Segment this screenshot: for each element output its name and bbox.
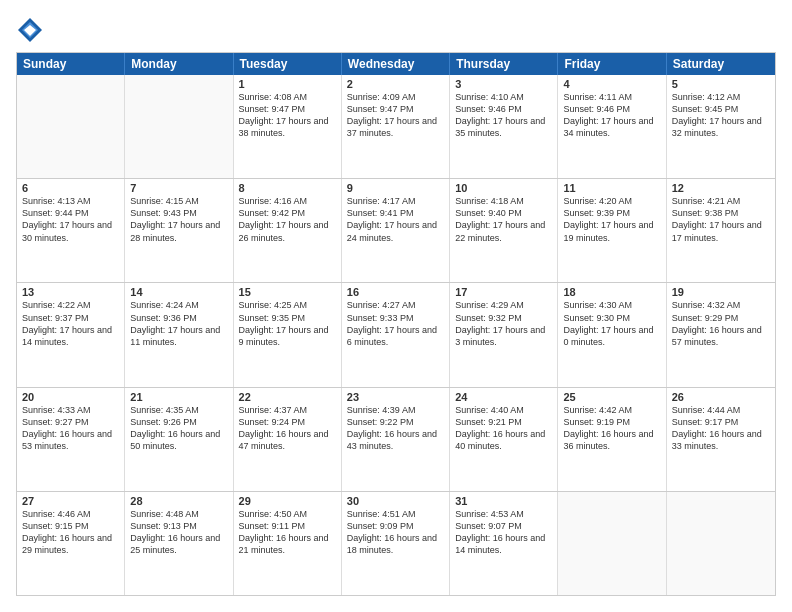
calendar-cell: 7Sunrise: 4:15 AM Sunset: 9:43 PM Daylig… bbox=[125, 179, 233, 282]
cell-info: Sunrise: 4:18 AM Sunset: 9:40 PM Dayligh… bbox=[455, 195, 552, 244]
cell-info: Sunrise: 4:32 AM Sunset: 9:29 PM Dayligh… bbox=[672, 299, 770, 348]
calendar-cell: 22Sunrise: 4:37 AM Sunset: 9:24 PM Dayli… bbox=[234, 388, 342, 491]
calendar-cell bbox=[125, 75, 233, 178]
cell-info: Sunrise: 4:09 AM Sunset: 9:47 PM Dayligh… bbox=[347, 91, 444, 140]
day-number: 28 bbox=[130, 495, 227, 507]
calendar-cell: 29Sunrise: 4:50 AM Sunset: 9:11 PM Dayli… bbox=[234, 492, 342, 595]
day-number: 13 bbox=[22, 286, 119, 298]
day-number: 14 bbox=[130, 286, 227, 298]
calendar-cell: 2Sunrise: 4:09 AM Sunset: 9:47 PM Daylig… bbox=[342, 75, 450, 178]
day-number: 27 bbox=[22, 495, 119, 507]
calendar-week-5: 27Sunrise: 4:46 AM Sunset: 9:15 PM Dayli… bbox=[17, 491, 775, 595]
day-number: 6 bbox=[22, 182, 119, 194]
cell-info: Sunrise: 4:20 AM Sunset: 9:39 PM Dayligh… bbox=[563, 195, 660, 244]
day-number: 15 bbox=[239, 286, 336, 298]
day-number: 25 bbox=[563, 391, 660, 403]
day-number: 9 bbox=[347, 182, 444, 194]
calendar-cell: 18Sunrise: 4:30 AM Sunset: 9:30 PM Dayli… bbox=[558, 283, 666, 386]
cell-info: Sunrise: 4:40 AM Sunset: 9:21 PM Dayligh… bbox=[455, 404, 552, 453]
calendar-cell: 23Sunrise: 4:39 AM Sunset: 9:22 PM Dayli… bbox=[342, 388, 450, 491]
cell-info: Sunrise: 4:53 AM Sunset: 9:07 PM Dayligh… bbox=[455, 508, 552, 557]
day-number: 5 bbox=[672, 78, 770, 90]
cell-info: Sunrise: 4:30 AM Sunset: 9:30 PM Dayligh… bbox=[563, 299, 660, 348]
cell-info: Sunrise: 4:24 AM Sunset: 9:36 PM Dayligh… bbox=[130, 299, 227, 348]
calendar-header: SundayMondayTuesdayWednesdayThursdayFrid… bbox=[17, 53, 775, 75]
calendar-cell: 24Sunrise: 4:40 AM Sunset: 9:21 PM Dayli… bbox=[450, 388, 558, 491]
header-day-monday: Monday bbox=[125, 53, 233, 75]
calendar-cell: 17Sunrise: 4:29 AM Sunset: 9:32 PM Dayli… bbox=[450, 283, 558, 386]
calendar-body: 1Sunrise: 4:08 AM Sunset: 9:47 PM Daylig… bbox=[17, 75, 775, 595]
day-number: 12 bbox=[672, 182, 770, 194]
cell-info: Sunrise: 4:25 AM Sunset: 9:35 PM Dayligh… bbox=[239, 299, 336, 348]
cell-info: Sunrise: 4:46 AM Sunset: 9:15 PM Dayligh… bbox=[22, 508, 119, 557]
day-number: 4 bbox=[563, 78, 660, 90]
calendar-cell: 27Sunrise: 4:46 AM Sunset: 9:15 PM Dayli… bbox=[17, 492, 125, 595]
cell-info: Sunrise: 4:08 AM Sunset: 9:47 PM Dayligh… bbox=[239, 91, 336, 140]
cell-info: Sunrise: 4:21 AM Sunset: 9:38 PM Dayligh… bbox=[672, 195, 770, 244]
calendar-cell: 20Sunrise: 4:33 AM Sunset: 9:27 PM Dayli… bbox=[17, 388, 125, 491]
day-number: 22 bbox=[239, 391, 336, 403]
cell-info: Sunrise: 4:11 AM Sunset: 9:46 PM Dayligh… bbox=[563, 91, 660, 140]
calendar-week-2: 6Sunrise: 4:13 AM Sunset: 9:44 PM Daylig… bbox=[17, 178, 775, 282]
calendar-week-4: 20Sunrise: 4:33 AM Sunset: 9:27 PM Dayli… bbox=[17, 387, 775, 491]
calendar-cell: 15Sunrise: 4:25 AM Sunset: 9:35 PM Dayli… bbox=[234, 283, 342, 386]
day-number: 16 bbox=[347, 286, 444, 298]
cell-info: Sunrise: 4:29 AM Sunset: 9:32 PM Dayligh… bbox=[455, 299, 552, 348]
calendar-cell bbox=[17, 75, 125, 178]
day-number: 18 bbox=[563, 286, 660, 298]
cell-info: Sunrise: 4:12 AM Sunset: 9:45 PM Dayligh… bbox=[672, 91, 770, 140]
day-number: 31 bbox=[455, 495, 552, 507]
day-number: 3 bbox=[455, 78, 552, 90]
header-day-wednesday: Wednesday bbox=[342, 53, 450, 75]
header-day-tuesday: Tuesday bbox=[234, 53, 342, 75]
day-number: 23 bbox=[347, 391, 444, 403]
cell-info: Sunrise: 4:39 AM Sunset: 9:22 PM Dayligh… bbox=[347, 404, 444, 453]
calendar-week-1: 1Sunrise: 4:08 AM Sunset: 9:47 PM Daylig… bbox=[17, 75, 775, 178]
day-number: 2 bbox=[347, 78, 444, 90]
day-number: 30 bbox=[347, 495, 444, 507]
day-number: 20 bbox=[22, 391, 119, 403]
calendar-cell: 9Sunrise: 4:17 AM Sunset: 9:41 PM Daylig… bbox=[342, 179, 450, 282]
day-number: 11 bbox=[563, 182, 660, 194]
day-number: 29 bbox=[239, 495, 336, 507]
logo-icon bbox=[16, 16, 44, 44]
calendar-cell: 8Sunrise: 4:16 AM Sunset: 9:42 PM Daylig… bbox=[234, 179, 342, 282]
calendar-cell: 14Sunrise: 4:24 AM Sunset: 9:36 PM Dayli… bbox=[125, 283, 233, 386]
calendar-cell: 5Sunrise: 4:12 AM Sunset: 9:45 PM Daylig… bbox=[667, 75, 775, 178]
cell-info: Sunrise: 4:22 AM Sunset: 9:37 PM Dayligh… bbox=[22, 299, 119, 348]
calendar-week-3: 13Sunrise: 4:22 AM Sunset: 9:37 PM Dayli… bbox=[17, 282, 775, 386]
header bbox=[16, 16, 776, 44]
day-number: 1 bbox=[239, 78, 336, 90]
day-number: 10 bbox=[455, 182, 552, 194]
calendar-cell: 30Sunrise: 4:51 AM Sunset: 9:09 PM Dayli… bbox=[342, 492, 450, 595]
day-number: 7 bbox=[130, 182, 227, 194]
logo bbox=[16, 16, 48, 44]
calendar-cell: 6Sunrise: 4:13 AM Sunset: 9:44 PM Daylig… bbox=[17, 179, 125, 282]
day-number: 17 bbox=[455, 286, 552, 298]
calendar-cell: 16Sunrise: 4:27 AM Sunset: 9:33 PM Dayli… bbox=[342, 283, 450, 386]
calendar-cell: 11Sunrise: 4:20 AM Sunset: 9:39 PM Dayli… bbox=[558, 179, 666, 282]
calendar: SundayMondayTuesdayWednesdayThursdayFrid… bbox=[16, 52, 776, 596]
cell-info: Sunrise: 4:37 AM Sunset: 9:24 PM Dayligh… bbox=[239, 404, 336, 453]
cell-info: Sunrise: 4:51 AM Sunset: 9:09 PM Dayligh… bbox=[347, 508, 444, 557]
day-number: 21 bbox=[130, 391, 227, 403]
cell-info: Sunrise: 4:35 AM Sunset: 9:26 PM Dayligh… bbox=[130, 404, 227, 453]
cell-info: Sunrise: 4:48 AM Sunset: 9:13 PM Dayligh… bbox=[130, 508, 227, 557]
header-day-thursday: Thursday bbox=[450, 53, 558, 75]
header-day-friday: Friday bbox=[558, 53, 666, 75]
calendar-cell: 26Sunrise: 4:44 AM Sunset: 9:17 PM Dayli… bbox=[667, 388, 775, 491]
cell-info: Sunrise: 4:15 AM Sunset: 9:43 PM Dayligh… bbox=[130, 195, 227, 244]
day-number: 24 bbox=[455, 391, 552, 403]
calendar-cell: 25Sunrise: 4:42 AM Sunset: 9:19 PM Dayli… bbox=[558, 388, 666, 491]
cell-info: Sunrise: 4:50 AM Sunset: 9:11 PM Dayligh… bbox=[239, 508, 336, 557]
calendar-cell: 4Sunrise: 4:11 AM Sunset: 9:46 PM Daylig… bbox=[558, 75, 666, 178]
calendar-cell bbox=[667, 492, 775, 595]
calendar-cell: 12Sunrise: 4:21 AM Sunset: 9:38 PM Dayli… bbox=[667, 179, 775, 282]
cell-info: Sunrise: 4:42 AM Sunset: 9:19 PM Dayligh… bbox=[563, 404, 660, 453]
calendar-cell: 21Sunrise: 4:35 AM Sunset: 9:26 PM Dayli… bbox=[125, 388, 233, 491]
calendar-cell: 28Sunrise: 4:48 AM Sunset: 9:13 PM Dayli… bbox=[125, 492, 233, 595]
cell-info: Sunrise: 4:27 AM Sunset: 9:33 PM Dayligh… bbox=[347, 299, 444, 348]
day-number: 26 bbox=[672, 391, 770, 403]
day-number: 8 bbox=[239, 182, 336, 194]
calendar-cell: 31Sunrise: 4:53 AM Sunset: 9:07 PM Dayli… bbox=[450, 492, 558, 595]
